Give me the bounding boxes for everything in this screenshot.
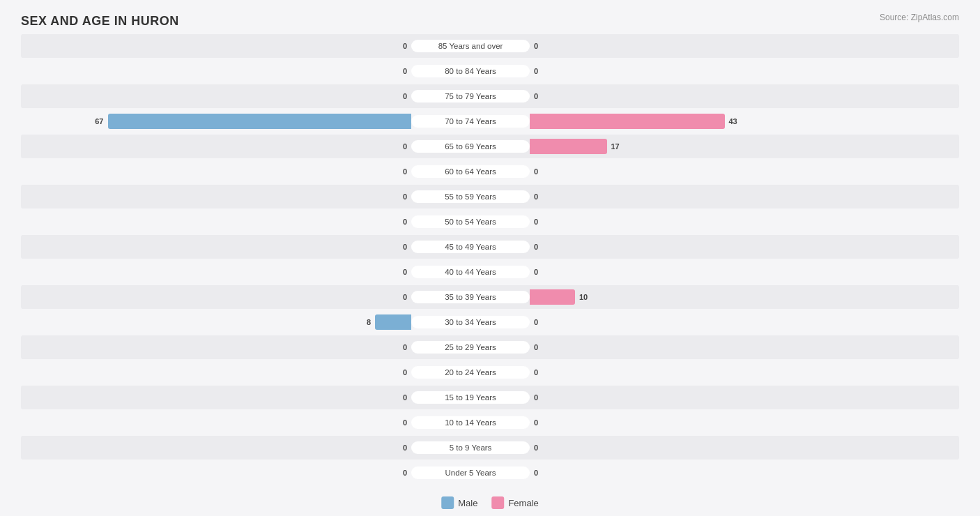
female-side: 10 xyxy=(530,285,920,309)
male-value: 0 xyxy=(403,418,407,427)
chart-area: 085 Years and over0080 to 84 Years0075 t… xyxy=(21,34,959,466)
chart-row: 065 to 69 Years17 xyxy=(21,135,959,158)
male-side: 0 xyxy=(21,135,411,158)
age-group-label: 50 to 54 Years xyxy=(411,215,530,228)
male-value: 0 xyxy=(403,142,407,151)
legend: Male Female xyxy=(441,496,539,509)
male-value: 0 xyxy=(403,243,407,251)
legend-male: Male xyxy=(441,496,477,509)
female-value: 0 xyxy=(534,167,538,176)
female-side: 0 xyxy=(530,160,920,183)
age-group-label: 25 to 29 Years xyxy=(411,341,530,354)
female-value: 0 xyxy=(534,92,538,100)
chart-row: 025 to 29 Years0 xyxy=(21,335,959,359)
female-value: 10 xyxy=(579,293,588,301)
female-value: 0 xyxy=(534,318,538,326)
female-side: 0 xyxy=(530,386,920,409)
male-side: 0 xyxy=(21,461,411,485)
female-side: 0 xyxy=(530,235,920,259)
female-side: 0 xyxy=(530,361,920,384)
female-value: 17 xyxy=(611,142,620,151)
chart-row: 050 to 54 Years0 xyxy=(21,210,959,234)
female-value: 0 xyxy=(534,218,538,226)
chart-row: 05 to 9 Years0 xyxy=(21,436,959,460)
source-label: Source: ZipAtlas.com xyxy=(880,13,959,22)
age-group-label: 10 to 14 Years xyxy=(411,416,530,429)
chart-row: 6770 to 74 Years43 xyxy=(21,109,959,133)
chart-row: 085 Years and over0 xyxy=(21,34,959,58)
age-group-label: 30 to 34 Years xyxy=(411,316,530,328)
age-group-label: 65 to 69 Years xyxy=(411,140,530,153)
female-side: 0 xyxy=(530,59,920,83)
female-value: 0 xyxy=(534,192,538,201)
age-group-label: 55 to 59 Years xyxy=(411,190,530,203)
female-value: 0 xyxy=(534,443,538,452)
female-side: 0 xyxy=(530,461,920,485)
female-bar xyxy=(530,114,725,129)
female-side: 17 xyxy=(530,135,920,158)
chart-row: 830 to 34 Years0 xyxy=(21,310,959,334)
female-value: 0 xyxy=(534,418,538,427)
male-side: 0 xyxy=(21,386,411,409)
chart-row: 035 to 39 Years10 xyxy=(21,285,959,309)
female-value: 0 xyxy=(534,42,538,50)
male-side: 0 xyxy=(21,260,411,284)
female-side: 0 xyxy=(530,310,920,334)
chart-row: 055 to 59 Years0 xyxy=(21,185,959,208)
age-group-label: 80 to 84 Years xyxy=(411,65,530,77)
male-side: 0 xyxy=(21,185,411,208)
male-value: 0 xyxy=(403,67,407,75)
chart-container: SEX AND AGE IN HURON Source: ZipAtlas.co… xyxy=(0,0,980,516)
chart-row: 045 to 49 Years0 xyxy=(21,235,959,259)
female-value: 0 xyxy=(534,368,538,377)
chart-row: 075 to 79 Years0 xyxy=(21,84,959,108)
age-group-label: Under 5 Years xyxy=(411,466,530,479)
female-value: 0 xyxy=(534,343,538,351)
chart-row: 080 to 84 Years0 xyxy=(21,59,959,83)
legend-female: Female xyxy=(491,496,538,509)
legend-male-box xyxy=(441,496,454,509)
female-side: 0 xyxy=(530,210,920,234)
female-bar xyxy=(530,289,575,305)
male-side: 0 xyxy=(21,361,411,384)
male-value: 0 xyxy=(403,293,407,301)
female-value: 0 xyxy=(534,268,538,276)
age-group-label: 70 to 74 Years xyxy=(411,115,530,128)
female-side: 43 xyxy=(530,109,920,133)
male-value: 0 xyxy=(403,42,407,50)
male-side: 0 xyxy=(21,411,411,434)
male-side: 0 xyxy=(21,160,411,183)
male-value: 0 xyxy=(403,167,407,176)
female-side: 0 xyxy=(530,34,920,58)
age-group-label: 35 to 39 Years xyxy=(411,291,530,303)
chart-title: SEX AND AGE IN HURON xyxy=(21,14,959,29)
male-side: 0 xyxy=(21,59,411,83)
male-side: 0 xyxy=(21,285,411,309)
female-value: 0 xyxy=(534,469,538,477)
legend-female-label: Female xyxy=(508,498,538,508)
male-value: 0 xyxy=(403,343,407,351)
male-side: 0 xyxy=(21,210,411,234)
chart-row: 010 to 14 Years0 xyxy=(21,411,959,434)
male-side: 67 xyxy=(21,109,411,133)
female-value: 43 xyxy=(729,117,737,126)
age-group-label: 45 to 49 Years xyxy=(411,241,530,253)
male-side: 0 xyxy=(21,84,411,108)
male-value: 0 xyxy=(403,393,407,402)
male-value: 0 xyxy=(403,192,407,201)
chart-row: 040 to 44 Years0 xyxy=(21,260,959,284)
male-side: 0 xyxy=(21,34,411,58)
age-group-label: 75 to 79 Years xyxy=(411,90,530,103)
male-value: 0 xyxy=(403,469,407,477)
female-side: 0 xyxy=(530,411,920,434)
female-value: 0 xyxy=(534,393,538,402)
male-bar xyxy=(375,314,411,330)
age-group-label: 15 to 19 Years xyxy=(411,391,530,404)
female-side: 0 xyxy=(530,335,920,359)
age-group-label: 85 Years and over xyxy=(411,40,530,52)
male-side: 0 xyxy=(21,335,411,359)
age-group-label: 40 to 44 Years xyxy=(411,266,530,278)
age-group-label: 20 to 24 Years xyxy=(411,366,530,379)
male-side: 0 xyxy=(21,235,411,259)
female-side: 0 xyxy=(530,185,920,208)
